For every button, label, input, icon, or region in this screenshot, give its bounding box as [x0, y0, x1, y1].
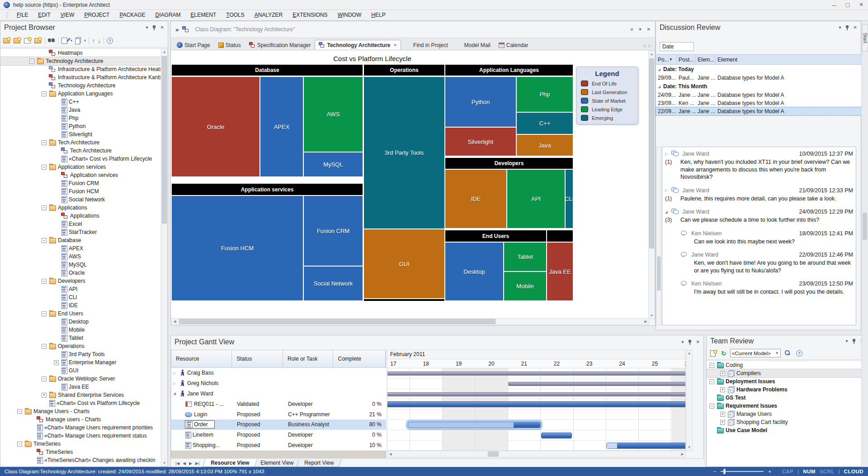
tree-item[interactable]: −Coding: [707, 361, 868, 369]
strip-scroll-thumb[interactable]: [863, 213, 867, 240]
tree-expander-icon[interactable]: +: [720, 387, 725, 392]
discussion-row[interactable]: 29/09...Paul...Jane ...Database types fo…: [656, 74, 862, 82]
discussion-row[interactable]: 24/09...Jane ...Jane ...Database types f…: [656, 91, 862, 99]
gantt-row[interactable]: ▷Greg Nichols: [171, 378, 386, 389]
tree-item[interactable]: −Technology Architecture: [0, 57, 160, 65]
caption-menu-icon[interactable]: ▾: [639, 27, 642, 32]
minimize-button[interactable]: —: [827, 0, 841, 10]
treemap-cell[interactable]: Fusion HCM: [172, 196, 303, 300]
tree-item[interactable]: «Chart» Cost vs Platform Lifecycle: [0, 399, 160, 407]
gantt-horizontal-scrollbar[interactable]: ◀ ▶: [387, 451, 686, 457]
tree-item[interactable]: Php: [0, 114, 160, 122]
column-header[interactable]: Post...: [677, 55, 696, 64]
tree-item[interactable]: −Operations: [0, 342, 160, 350]
gantt-bar[interactable]: [387, 392, 686, 396]
tree-item[interactable]: −Application Languages: [0, 90, 160, 98]
tree-expander-icon[interactable]: +: [720, 412, 725, 417]
treemap-cell[interactable]: Social Network: [304, 267, 363, 300]
gantt-bar[interactable]: [541, 433, 572, 438]
tree-item[interactable]: −Requirement Issues: [707, 402, 868, 410]
zoom-out-icon[interactable]: −: [713, 469, 717, 474]
status-toggle-cloud[interactable]: CLOUD: [844, 469, 863, 474]
next-page-icon[interactable]: ▶: [189, 461, 192, 466]
zoom-slider[interactable]: [721, 471, 764, 472]
tree-item[interactable]: −TimeSeries: [0, 440, 160, 448]
tree-expander-icon[interactable]: −: [42, 238, 47, 243]
tree-expander-icon[interactable]: +: [720, 371, 725, 376]
tabs-scroll-right-icon[interactable]: ▷: [648, 43, 651, 48]
tree-item[interactable]: GS Test: [707, 394, 868, 402]
tree-item[interactable]: GUI: [0, 367, 160, 375]
tab-specification-manager[interactable]: Specification Manager: [245, 40, 315, 50]
tree-item[interactable]: Heatmaps: [0, 49, 160, 57]
treemap-cell[interactable]: Mobile: [504, 272, 546, 300]
tree-item[interactable]: −Tech Architecture: [0, 138, 160, 147]
tree-item[interactable]: Java EE: [0, 383, 160, 391]
tree-expander-icon[interactable]: +: [54, 360, 59, 365]
tree-item[interactable]: «Chart» Manage Users requirement status: [0, 432, 160, 440]
discussion-message[interactable]: ◢Jane Ward24/09/2015 12:29 PM(3)Can we p…: [665, 209, 853, 224]
tree-item[interactable]: «Chart» Cost vs Platform Lifecycle: [0, 155, 160, 163]
treemap-cell[interactable]: APEX: [260, 77, 303, 176]
maximize-button[interactable]: ▢: [841, 0, 854, 10]
tree-expander-icon[interactable]: −: [709, 404, 714, 409]
menu-edit[interactable]: EDIT: [33, 10, 55, 20]
close-icon[interactable]: ✕: [854, 25, 857, 30]
tree-item[interactable]: +Enterprise Manager: [0, 358, 160, 367]
tree-item[interactable]: Fusion HCM: [0, 187, 160, 195]
tree-item[interactable]: +Manage Users: [707, 410, 868, 418]
first-page-icon[interactable]: |◀: [175, 461, 179, 466]
tree-item[interactable]: Python: [0, 122, 160, 130]
gantt-row[interactable]: LineItemProposedDeveloper0 %: [171, 430, 386, 440]
gantt-vertical-scrollbar[interactable]: ▲ ▼: [686, 350, 693, 451]
tree-item[interactable]: «Chart» Manage Users requirement priorit…: [0, 424, 160, 432]
project-tree-scrollbar[interactable]: ▲ ▼: [161, 48, 168, 466]
scroll-left-icon[interactable]: ◀: [172, 319, 178, 324]
treemap-cell[interactable]: API: [507, 170, 565, 228]
tab-close-icon[interactable]: ✕: [394, 43, 397, 48]
tree-item[interactable]: +Compilers: [707, 369, 868, 377]
scroll-right-icon[interactable]: ▶: [643, 319, 649, 324]
panel-menu-icon[interactable]: ▾: [146, 25, 148, 30]
view-tab-resource-view[interactable]: Resource View: [203, 459, 258, 467]
tree-item[interactable]: 3rd Party Tools: [0, 350, 160, 358]
tree-item[interactable]: −Developers: [0, 277, 160, 285]
tree-item[interactable]: Manage users - Charts: [0, 415, 160, 424]
tree-expander-icon[interactable]: −: [42, 344, 47, 349]
tree-item[interactable]: −Deployment Issues: [707, 377, 868, 386]
tree-item[interactable]: Tech Architecture: [0, 147, 160, 155]
tree-expander-icon[interactable]: −: [42, 165, 47, 170]
tree-item[interactable]: Desktop: [0, 318, 160, 326]
treemap-cell[interactable]: Tablet: [504, 243, 546, 271]
tree-item[interactable]: Oracle: [0, 269, 160, 277]
move-down-icon[interactable]: ↓: [98, 37, 101, 44]
treemap-cell[interactable]: 3rd Party Tools: [364, 77, 444, 228]
status-toggle-num[interactable]: NUM: [803, 469, 816, 474]
tree-item[interactable]: +Shopping Cart facility: [707, 418, 868, 426]
gantt-bar[interactable]: [508, 382, 686, 386]
tree-item[interactable]: CLI: [0, 293, 160, 301]
treemap-cell[interactable]: C++: [517, 113, 573, 134]
menu-diagram[interactable]: DIAGRAM: [151, 10, 186, 20]
menu-element[interactable]: ELEMENT: [186, 10, 222, 20]
scroll-down-icon[interactable]: ▼: [649, 313, 655, 319]
inline-edit-box[interactable]: Order: [185, 420, 215, 428]
new-model-icon[interactable]: [14, 37, 21, 44]
scroll-up-icon[interactable]: ▲: [161, 49, 167, 55]
pin-icon[interactable]: [688, 340, 692, 345]
group-expand-icon[interactable]: ◢: [658, 85, 663, 89]
tabs-scroll-left-icon[interactable]: ◁: [642, 43, 646, 48]
tree-item[interactable]: Fusion CRM: [0, 179, 160, 187]
tree-expander-icon[interactable]: −: [17, 442, 22, 447]
treemap-cell[interactable]: Java: [517, 135, 573, 156]
tree-expander-icon[interactable]: −: [42, 376, 47, 381]
scroll-down-icon[interactable]: ▼: [161, 460, 167, 466]
tree-item[interactable]: «TimeSeriesChart» Changes awaiting check…: [0, 456, 160, 464]
gantt-row[interactable]: ▷Craig Bass: [171, 368, 386, 378]
new-diagram-icon[interactable]: [24, 37, 32, 44]
tree-expander-icon[interactable]: −: [42, 140, 47, 145]
tree-item[interactable]: Excel: [0, 220, 160, 228]
tab-status[interactable]: Status: [214, 40, 245, 50]
close-icon[interactable]: ✕: [696, 340, 700, 344]
model-select-dropdown[interactable]: <Current Model> ▼: [730, 349, 781, 357]
